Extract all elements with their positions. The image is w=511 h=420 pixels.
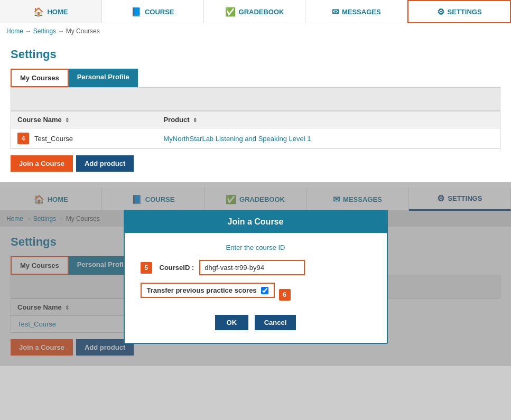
tab-personal-profile-top[interactable]: Personal Profile xyxy=(69,69,138,87)
join-course-button-top[interactable]: Join a Course xyxy=(11,155,73,172)
modal-body: Enter the course ID 5 CourseID : Transfe… xyxy=(125,233,387,343)
col-course-name[interactable]: Course Name ⇕ xyxy=(11,111,157,128)
step-badge-5: 5 xyxy=(141,262,152,274)
transfer-label: Transfer previous practice scores xyxy=(147,286,257,294)
breadcrumb-home-link[interactable]: Home xyxy=(6,27,23,35)
add-product-button-top[interactable]: Add product xyxy=(76,155,134,172)
modal-overlay: Join a Course Enter the course ID 5 Cour… xyxy=(0,188,511,366)
course-name-cell: 4 Test_Course xyxy=(11,128,157,149)
top-nav-bar: 🏠 HOME 📘 COURSE ✅ GRADEBOOK ✉ MESSAGES ⚙… xyxy=(0,0,511,23)
nav-settings[interactable]: ⚙ SETTINGS xyxy=(407,0,511,23)
join-course-modal: Join a Course Enter the course ID 5 Cour… xyxy=(124,210,388,344)
breadcrumb-arrow2: → xyxy=(58,27,64,35)
modal-buttons: OK Cancel xyxy=(141,315,371,330)
step-badge-6: 6 xyxy=(279,289,291,301)
step-badge-4: 4 xyxy=(17,133,29,144)
check-icon: ✅ xyxy=(225,7,236,17)
top-settings-title: Settings xyxy=(11,48,500,61)
table-row: 4 Test_Course MyNorthStarLab Listening a… xyxy=(11,128,500,149)
breadcrumb-arrow1: → xyxy=(25,27,31,35)
modal-cancel-button[interactable]: Cancel xyxy=(255,315,296,330)
col-product[interactable]: Product ⇕ xyxy=(157,111,500,128)
course-id-label: CourseID : xyxy=(160,264,194,272)
nav-messages[interactable]: ✉ MESSAGES xyxy=(305,0,407,23)
bottom-section: 🏠 HOME 📘 COURSE ✅ GRADEBOOK ✉ MESSAGES ⚙… xyxy=(0,188,511,366)
transfer-checkbox[interactable] xyxy=(261,287,268,294)
tab-my-courses-top[interactable]: My Courses xyxy=(11,69,69,87)
nav-home[interactable]: 🏠 HOME xyxy=(0,0,102,23)
course-id-input[interactable] xyxy=(199,260,305,275)
transfer-row: Transfer previous practice scores xyxy=(141,283,275,298)
top-course-table: Course Name ⇕ Product ⇕ 4 Test_Course My… xyxy=(11,111,500,149)
top-breadcrumb: Home → Settings → My Courses xyxy=(0,23,511,39)
sort-course-name-icon: ⇕ xyxy=(65,117,69,123)
gear-icon: ⚙ xyxy=(437,7,444,17)
top-gray-box xyxy=(11,87,500,111)
breadcrumb-settings-link[interactable]: Settings xyxy=(33,27,56,35)
course-id-row: 5 CourseID : xyxy=(141,260,371,275)
sort-product-icon: ⇕ xyxy=(193,117,197,123)
nav-course[interactable]: 📘 COURSE xyxy=(102,0,204,23)
top-settings-panel: Settings My Courses Personal Profile Cou… xyxy=(0,39,511,182)
nav-gradebook[interactable]: ✅ GRADEBOOK xyxy=(204,0,306,23)
modal-subtitle: Enter the course ID xyxy=(141,244,371,251)
modal-ok-button[interactable]: OK xyxy=(215,315,249,330)
breadcrumb-current: My Courses xyxy=(66,27,100,35)
messages-icon: ✉ xyxy=(332,7,339,17)
top-tabs: My Courses Personal Profile xyxy=(11,69,500,87)
book-icon: 📘 xyxy=(131,7,142,17)
panel-separator xyxy=(0,182,511,188)
transfer-row-container: Transfer previous practice scores 6 xyxy=(141,283,371,306)
home-icon: 🏠 xyxy=(33,7,44,17)
product-cell: MyNorthStarLab Listening and Speaking Le… xyxy=(157,128,500,149)
modal-header: Join a Course xyxy=(125,211,387,233)
top-action-row: Join a Course Add product xyxy=(11,155,500,172)
